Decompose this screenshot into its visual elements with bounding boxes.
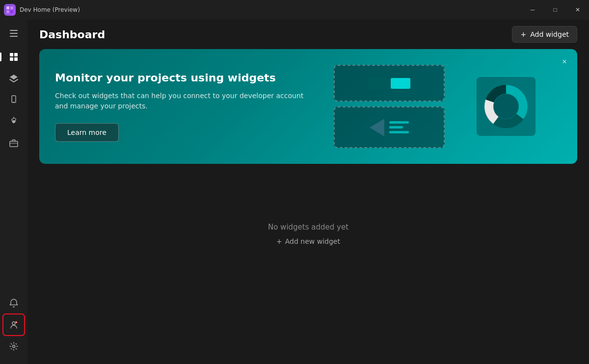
svg-rect-5 bbox=[14, 53, 18, 56]
svg-rect-3 bbox=[10, 10, 13, 13]
svg-rect-4 bbox=[10, 53, 13, 56]
banner-title: Monitor your projects using widgets bbox=[55, 71, 308, 85]
title-bar: Dev Home (Preview) ─ □ ✕ bbox=[0, 0, 589, 20]
svg-rect-8 bbox=[12, 96, 16, 103]
svg-rect-0 bbox=[6, 6, 9, 9]
illustration-left bbox=[334, 65, 445, 148]
donut-chart bbox=[477, 77, 535, 136]
empty-state-title: No widgets added yet bbox=[268, 223, 348, 232]
banner-illustration bbox=[334, 65, 562, 148]
hamburger-line-3 bbox=[10, 36, 18, 37]
menu-line-long-1 bbox=[389, 121, 409, 124]
sidebar bbox=[0, 20, 27, 364]
title-bar-left: Dev Home (Preview) bbox=[4, 4, 80, 16]
add-widget-label: Add widget bbox=[530, 30, 569, 38]
dashboard-content: × Monitor your projects using widgets Ch… bbox=[27, 49, 589, 364]
banner-card: × Monitor your projects using widgets Ch… bbox=[39, 49, 577, 164]
empty-state: No widgets added yet + Add new widget bbox=[39, 223, 577, 247]
learn-more-button[interactable]: Learn more bbox=[55, 123, 119, 142]
page-title: Dashboard bbox=[39, 28, 105, 41]
bar-dark bbox=[368, 78, 388, 89]
add-widget-button[interactable]: + Add widget bbox=[512, 26, 577, 43]
bar-light bbox=[391, 78, 410, 89]
sidebar-item-dashboard[interactable] bbox=[4, 47, 24, 67]
illustration-right bbox=[451, 65, 562, 148]
sidebar-item-account[interactable] bbox=[4, 315, 24, 335]
hamburger-line-2 bbox=[10, 33, 18, 34]
svg-point-18 bbox=[494, 94, 518, 119]
donut-svg bbox=[482, 82, 531, 131]
menu-line-long-2 bbox=[389, 131, 409, 133]
add-new-plus: + bbox=[276, 237, 282, 245]
window-controls: ─ □ ✕ bbox=[521, 0, 589, 20]
close-button[interactable]: ✕ bbox=[566, 0, 589, 20]
sidebar-item-settings-gear[interactable] bbox=[4, 112, 24, 131]
content-header: Dashboard + Add widget bbox=[27, 20, 589, 49]
sidebar-top bbox=[4, 47, 24, 293]
svg-rect-2 bbox=[6, 10, 9, 13]
menu-lines bbox=[389, 121, 409, 133]
sidebar-item-projects[interactable] bbox=[4, 133, 24, 153]
hamburger-line-1 bbox=[10, 30, 18, 31]
svg-rect-1 bbox=[10, 6, 13, 9]
hamburger-button[interactable] bbox=[4, 24, 24, 43]
app-icon bbox=[4, 4, 16, 16]
menu-line-short bbox=[389, 126, 403, 129]
maximize-button[interactable]: □ bbox=[544, 0, 566, 20]
sidebar-item-device[interactable] bbox=[4, 90, 24, 110]
svg-rect-10 bbox=[10, 141, 18, 147]
sidebar-bottom bbox=[4, 293, 24, 360]
widget-preview-bars bbox=[334, 65, 445, 102]
svg-point-13 bbox=[13, 345, 15, 348]
app-title: Dev Home (Preview) bbox=[20, 6, 80, 13]
widget-preview-arrow bbox=[334, 106, 445, 148]
add-widget-plus: + bbox=[520, 30, 526, 38]
add-new-label: Add new widget bbox=[285, 237, 340, 245]
sidebar-item-settings[interactable] bbox=[4, 337, 24, 356]
arrow-shape bbox=[370, 119, 384, 136]
content-area: Dashboard + Add widget × Monitor your pr… bbox=[27, 20, 589, 364]
svg-rect-9 bbox=[13, 102, 14, 103]
banner-text: Monitor your projects using widgets Chec… bbox=[55, 71, 308, 142]
banner-description: Check out widgets that can help you conn… bbox=[55, 91, 308, 111]
sidebar-item-notifications[interactable] bbox=[4, 293, 24, 313]
main-layout: Dashboard + Add widget × Monitor your pr… bbox=[0, 20, 589, 364]
svg-rect-7 bbox=[14, 57, 18, 61]
minimize-button[interactable]: ─ bbox=[521, 0, 544, 20]
svg-point-11 bbox=[12, 322, 15, 325]
sidebar-item-layers[interactable] bbox=[4, 69, 24, 88]
add-new-widget-button[interactable]: + Add new widget bbox=[272, 235, 344, 247]
svg-rect-6 bbox=[10, 57, 13, 61]
